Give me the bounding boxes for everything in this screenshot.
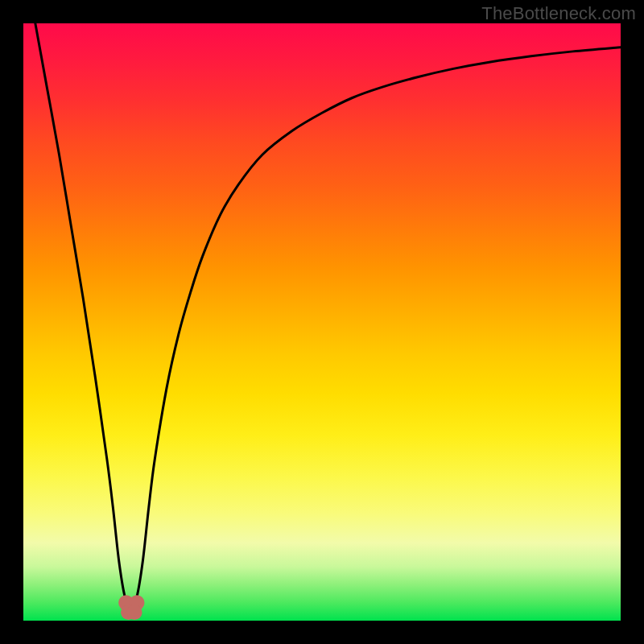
bottleneck-curve: [35, 23, 621, 609]
watermark-text: TheBottleneck.com: [481, 3, 636, 24]
chart-frame: TheBottleneck.com: [0, 0, 644, 644]
plot-area: [23, 23, 621, 621]
curve-svg: [23, 23, 621, 621]
dip-marker-bottom-right: [127, 605, 142, 620]
